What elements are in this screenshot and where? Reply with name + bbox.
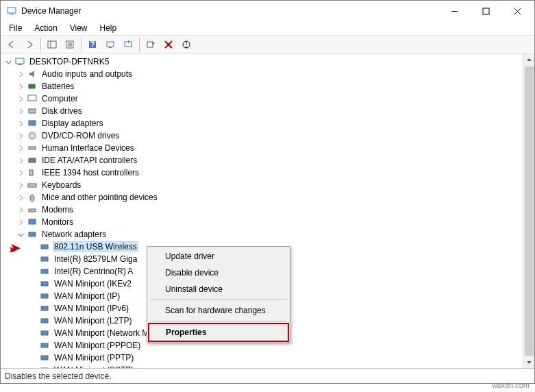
svg-rect-41	[41, 306, 48, 310]
tree-item-ide[interactable]: IDE ATA/ATAPI controllers	[1, 154, 523, 167]
tree-item-network[interactable]: Network adapters	[1, 228, 523, 241]
tree-item-audio[interactable]: Audio inputs and outputs	[1, 68, 523, 80]
minimize-button[interactable]	[438, 1, 470, 21]
toolbar: ?	[1, 35, 534, 54]
tree-label: WAN Miniport (PPTP)	[53, 352, 135, 363]
computer-icon	[14, 56, 25, 67]
tree-label: 802.11n USB Wireless	[53, 241, 138, 252]
collapse-icon[interactable]	[3, 57, 13, 66]
tree-root[interactable]: DESKTOP-DFTNRK5	[1, 56, 523, 68]
expand-icon[interactable]	[16, 168, 25, 177]
vertical-scrollbar[interactable]	[523, 54, 534, 368]
tree-item-device[interactable]: WAN Miniport (SSTP)	[1, 364, 523, 368]
uninstall-device-button[interactable]	[160, 36, 177, 53]
menubar: File Action View Help	[1, 21, 534, 35]
status-text: Disables the selected device.	[5, 371, 111, 381]
tree-item-modems[interactable]: Modems	[1, 204, 523, 216]
scroll-down-icon[interactable]	[523, 356, 535, 368]
expand-icon[interactable]	[16, 119, 25, 128]
window-title: Device Manager	[21, 6, 438, 16]
menu-file[interactable]: File	[3, 22, 27, 34]
tree-item-keyboards[interactable]: Keyboards	[1, 179, 523, 191]
network-adapter-icon	[39, 254, 50, 265]
menu-scan-hardware[interactable]: Scan for hardware changes	[149, 302, 288, 319]
tree-item-computer[interactable]: Computer	[1, 93, 523, 105]
tree-item-display[interactable]: Display adapters	[1, 117, 523, 130]
svg-rect-35	[29, 232, 36, 236]
window-controls	[438, 1, 533, 21]
svg-rect-34	[29, 219, 36, 224]
menu-uninstall-device[interactable]: Uninstall device	[149, 281, 288, 297]
display-icon	[27, 118, 38, 129]
svg-point-27	[32, 135, 34, 137]
expand-icon[interactable]	[16, 106, 25, 116]
expand-icon[interactable]	[16, 180, 25, 190]
battery-icon	[27, 81, 38, 92]
back-button[interactable]	[3, 36, 20, 53]
dvd-icon	[27, 130, 38, 141]
menu-view[interactable]: View	[64, 22, 93, 34]
network-adapter-icon	[39, 278, 50, 289]
expand-icon[interactable]	[16, 69, 25, 79]
scroll-up-icon[interactable]	[523, 54, 535, 66]
tree-label: Monitors	[40, 217, 75, 228]
svg-rect-3	[483, 8, 489, 14]
svg-rect-30	[29, 170, 33, 175]
svg-rect-44	[41, 343, 48, 347]
tree-item-monitors[interactable]: Monitors	[1, 216, 523, 228]
tree-label: IEEE 1394 host controllers	[40, 167, 140, 178]
tree-label: Display adapters	[40, 118, 104, 129]
properties-button[interactable]	[62, 36, 78, 53]
expand-icon[interactable]	[16, 193, 25, 202]
svg-rect-20	[18, 64, 22, 65]
help-button[interactable]: ?	[84, 36, 101, 53]
menu-help[interactable]: Help	[95, 22, 123, 34]
tree-item-mice[interactable]: Mice and other pointing devices	[1, 191, 523, 204]
menu-update-driver[interactable]: Update driver	[149, 248, 288, 265]
menu-properties[interactable]: Properties	[148, 323, 289, 342]
hid-icon	[27, 143, 38, 154]
device-manager-window: Device Manager File Action View Help ?	[0, 0, 535, 384]
expand-icon[interactable]	[16, 205, 25, 215]
scroll-thumb[interactable]	[525, 66, 534, 356]
tree-label: DVD/CD-ROM drives	[40, 130, 121, 141]
tree-item-batteries[interactable]: Batteries	[1, 80, 523, 93]
tree-item-ieee[interactable]: IEEE 1394 host controllers	[1, 167, 523, 179]
show-hide-console-button[interactable]	[44, 36, 60, 53]
tree-label: Modems	[40, 204, 75, 215]
collapse-icon[interactable]	[16, 230, 25, 239]
context-menu: Update driver Disable device Uninstall d…	[147, 246, 290, 343]
expand-icon[interactable]	[16, 143, 25, 153]
menu-separator	[150, 299, 287, 300]
tree-label: WAN Miniport (IP)	[53, 291, 121, 302]
tree-item-disk[interactable]: Disk drives	[1, 105, 523, 117]
svg-rect-31	[28, 184, 36, 187]
enable-device-button[interactable]	[142, 36, 159, 53]
update-driver-button[interactable]	[120, 36, 136, 53]
menu-separator	[150, 321, 287, 321]
expand-icon[interactable]	[16, 94, 25, 103]
expand-icon[interactable]	[16, 82, 25, 91]
disable-device-button[interactable]	[178, 36, 195, 53]
content-area: DESKTOP-DFTNRK5 Audio inputs and outputs…	[1, 54, 534, 368]
scan-hardware-button[interactable]	[102, 36, 119, 53]
svg-rect-21	[29, 84, 35, 88]
menu-disable-device[interactable]: Disable device	[149, 265, 288, 281]
svg-point-32	[30, 195, 34, 201]
tree-label: Keyboards	[40, 180, 82, 191]
forward-button[interactable]	[21, 36, 38, 53]
expand-icon[interactable]	[16, 131, 25, 140]
menu-action[interactable]: Action	[29, 22, 62, 34]
svg-rect-29	[29, 158, 36, 162]
maximize-button[interactable]	[470, 1, 501, 21]
keyboard-icon	[27, 180, 38, 191]
tree-item-dvd[interactable]: DVD/CD-ROM drives	[1, 130, 523, 142]
tree-item-hid[interactable]: Human Interface Devices	[1, 142, 523, 154]
svg-rect-37	[41, 257, 48, 261]
network-adapter-icon	[39, 291, 50, 302]
expand-icon[interactable]	[16, 217, 25, 227]
expand-icon[interactable]	[16, 156, 25, 165]
tree-item-device[interactable]: WAN Miniport (PPTP)	[1, 352, 523, 364]
network-adapter-icon	[39, 340, 50, 351]
close-button[interactable]	[501, 1, 533, 21]
